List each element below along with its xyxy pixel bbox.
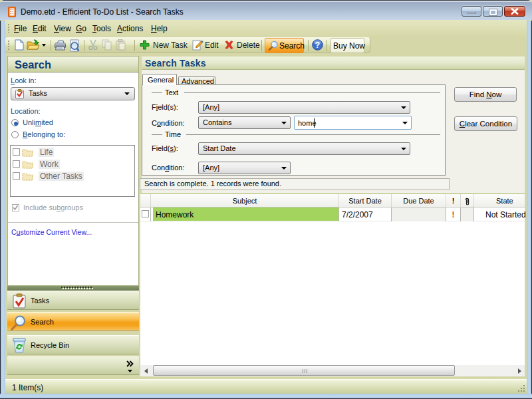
svg-text:?: ? — [315, 41, 320, 50]
